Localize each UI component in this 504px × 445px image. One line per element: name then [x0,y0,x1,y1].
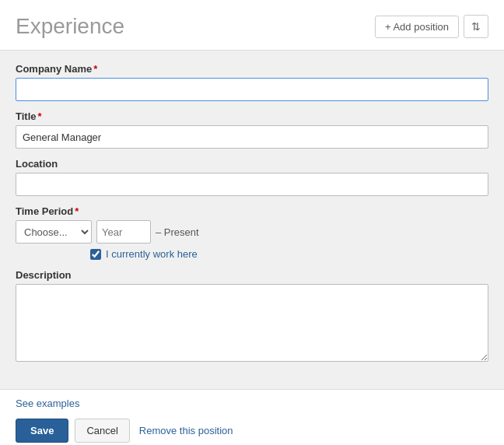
company-name-input[interactable] [16,78,488,101]
reorder-button[interactable]: ⇅ [464,15,488,38]
cancel-button[interactable]: Cancel [75,419,129,443]
time-period-required: * [75,205,79,217]
remove-position-link[interactable]: Remove this position [139,425,233,436]
description-textarea[interactable] [16,284,488,362]
time-period-group: Time Period* Choose... January February … [16,205,488,260]
page-wrapper: Experience + Add position ⇅ Company Name… [0,0,504,445]
description-label: Description [16,269,488,281]
currently-work-label[interactable]: I currently work here [106,248,198,260]
title-label: Title* [16,110,488,122]
dash-present-text: – Present [156,226,199,238]
year-input[interactable] [96,220,151,244]
action-buttons: Save Cancel Remove this position [16,419,488,443]
add-position-button[interactable]: + Add position [375,16,459,38]
company-name-required: * [93,63,97,75]
time-period-row: Choose... January February March April M… [16,220,488,244]
title-required: * [38,110,42,122]
page-title: Experience [16,14,124,39]
title-input[interactable] [16,125,488,149]
see-examples-link[interactable]: See examples [16,398,79,409]
form-area: Company Name* Title* Location Time Perio… [0,50,504,390]
reorder-icon: ⇅ [471,20,481,33]
location-group: Location [16,158,488,196]
time-period-label: Time Period* [16,205,488,217]
bottom-area: See examples Save Cancel Remove this pos… [0,390,504,445]
currently-work-row: I currently work here [90,248,488,260]
save-button[interactable]: Save [16,419,68,443]
description-group: Description [16,269,488,364]
currently-work-checkbox[interactable] [90,249,101,260]
time-period-select[interactable]: Choose... January February March April M… [16,220,92,244]
company-name-label: Company Name* [16,63,488,75]
header: Experience + Add position ⇅ [0,0,504,50]
location-input[interactable] [16,173,488,196]
location-label: Location [16,158,488,170]
header-actions: + Add position ⇅ [375,15,488,38]
company-name-group: Company Name* [16,63,488,101]
title-group: Title* [16,110,488,149]
